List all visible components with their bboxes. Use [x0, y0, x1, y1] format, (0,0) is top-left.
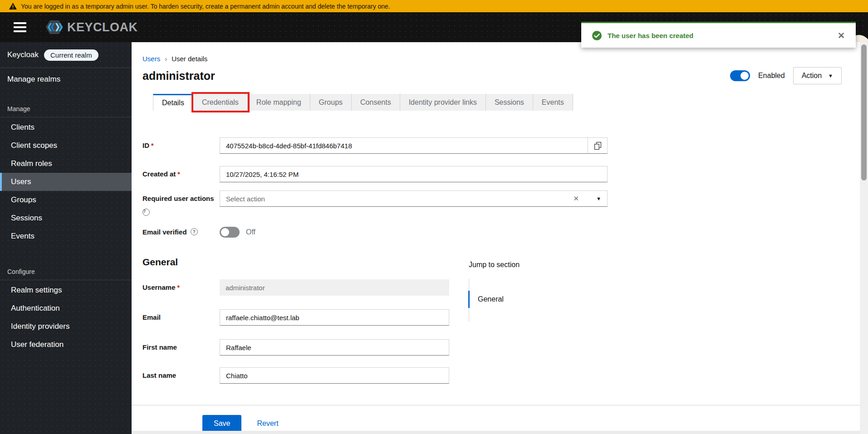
nav-toggle-button[interactable]: [14, 22, 26, 32]
tab-details[interactable]: Details: [153, 94, 193, 111]
page-title: administrator: [142, 69, 215, 83]
scrollbar-thumb[interactable]: [861, 44, 867, 180]
jump-link-general[interactable]: General: [468, 291, 520, 308]
sidebar-item-manage-realms[interactable]: Manage realms: [0, 68, 132, 91]
help-icon[interactable]: ?: [142, 209, 150, 216]
configure-nav-list: Realm settings Authentication Identity p…: [0, 280, 132, 354]
username-input[interactable]: administrator: [220, 279, 449, 296]
user-details-form: ID* 4075524b-b8cd-4ded-85bf-41fd846b7418…: [142, 137, 769, 384]
tab-consents[interactable]: Consents: [352, 94, 400, 111]
keycloak-logo: KEYCLOAK: [45, 19, 138, 35]
form-row-id: ID* 4075524b-b8cd-4ded-85bf-41fd846b7418: [142, 137, 769, 154]
sidebar-item-realm-roles[interactable]: Realm roles: [0, 155, 132, 173]
jump-items: General: [469, 279, 520, 322]
warning-icon: [9, 3, 17, 10]
nav-section-manage: Manage: [0, 102, 132, 117]
success-check-icon: [592, 31, 602, 40]
tab-groups[interactable]: Groups: [310, 94, 352, 111]
sidebar-item-clients[interactable]: Clients: [0, 118, 132, 137]
toast-close-icon[interactable]: ✕: [838, 31, 845, 40]
page-scrollbar: [860, 42, 868, 434]
email-verified-toggle[interactable]: [220, 227, 240, 238]
main-content: Users › User details administrator Enabl…: [132, 42, 860, 434]
sidebar-item-sessions[interactable]: Sessions: [0, 209, 132, 227]
form-row-username: Username* administrator: [142, 279, 769, 296]
save-button[interactable]: Save: [202, 415, 241, 432]
tab-identity-provider-links[interactable]: Identity provider links: [400, 94, 486, 111]
email-label: Email: [142, 309, 220, 326]
clear-selection-icon[interactable]: ✕: [574, 195, 579, 203]
toast-message: The user has been created: [608, 32, 832, 39]
select-placeholder: Select action: [226, 195, 574, 203]
required-marker: *: [151, 142, 153, 149]
email-verified-state: Off: [246, 228, 255, 236]
username-label-text: Username: [142, 283, 176, 291]
sidebar-item-groups[interactable]: Groups: [0, 191, 132, 209]
form-row-email-verified: Email verified ? Off: [142, 227, 769, 238]
realm-selector[interactable]: Keycloak Current realm: [0, 42, 132, 68]
current-realm-badge: Current realm: [44, 49, 98, 61]
email-verified-label-text: Email verified: [142, 228, 187, 236]
last-name-label: Last name: [142, 367, 220, 384]
revert-link[interactable]: Revert: [257, 419, 278, 428]
jump-to-section-title: Jump to section: [469, 261, 520, 269]
caret-down-icon[interactable]: ▼: [596, 196, 601, 201]
sidebar-item-users[interactable]: Users: [0, 173, 132, 191]
action-dropdown-button[interactable]: Action ▼: [793, 67, 842, 84]
nav-section-configure: Configure: [0, 265, 132, 280]
general-section-heading: General: [142, 257, 769, 268]
tab-credentials[interactable]: Credentials: [193, 94, 248, 111]
form-row-last-name: Last name Chiatto: [142, 367, 769, 384]
copy-icon: [594, 142, 601, 150]
first-name-input[interactable]: Raffaele: [220, 339, 449, 356]
banner-text: You are logged in as a temporary admin u…: [21, 3, 390, 10]
email-verified-control: Off: [220, 227, 255, 238]
sidebar-item-user-federation[interactable]: User federation: [0, 336, 132, 354]
form-row-email: Email raffaele.chiatto@test.lab: [142, 309, 769, 326]
form-actions: Save Revert: [132, 405, 860, 434]
breadcrumb-users-link[interactable]: Users: [142, 55, 160, 63]
last-name-input[interactable]: Chiatto: [220, 367, 449, 384]
email-input[interactable]: raffaele.chiatto@test.lab: [220, 309, 449, 326]
id-label-text: ID: [142, 141, 149, 149]
created-at-label-text: Created at: [142, 170, 176, 178]
sidebar-item-events[interactable]: Events: [0, 227, 132, 245]
keycloak-admin-console: You are logged in as a temporary admin u…: [0, 0, 868, 434]
enabled-toggle[interactable]: [730, 70, 750, 81]
sidebar-item-realm-settings[interactable]: Realm settings: [0, 281, 132, 299]
copy-button[interactable]: [588, 137, 608, 154]
realm-name: Keycloak: [7, 50, 39, 59]
brand-text: KEYCLOAK: [67, 20, 138, 34]
id-input[interactable]: 4075524b-b8cd-4ded-85bf-41fd846b7418: [220, 137, 588, 154]
last-name-label-text: Last name: [142, 371, 176, 379]
email-label-text: Email: [142, 313, 161, 321]
keycloak-logo-icon: [45, 19, 64, 35]
title-controls: Enabled Action ▼: [730, 67, 842, 84]
created-at-label: Created at*: [142, 166, 220, 182]
toast-user-created: The user has been created ✕: [581, 22, 856, 48]
temp-admin-warning-banner: You are logged in as a temporary admin u…: [0, 0, 868, 12]
breadcrumb-chevron-icon: ›: [165, 55, 167, 63]
breadcrumb: Users › User details: [142, 55, 207, 63]
required-actions-select[interactable]: Select action ✕ ▼: [220, 190, 608, 207]
help-icon[interactable]: ?: [191, 228, 198, 235]
id-label: ID*: [142, 137, 220, 154]
required-marker: *: [177, 171, 180, 178]
sidebar-item-identity-providers[interactable]: Identity providers: [0, 317, 132, 336]
sidebar-item-client-scopes[interactable]: Client scopes: [0, 137, 132, 155]
breadcrumb-current: User details: [172, 55, 207, 63]
tab-sessions[interactable]: Sessions: [486, 94, 533, 111]
first-name-label: First name: [142, 339, 220, 356]
sidebar-item-authentication[interactable]: Authentication: [0, 299, 132, 317]
required-marker: *: [177, 284, 180, 291]
user-detail-tabs: Details Credentials Role mapping Groups …: [153, 94, 573, 111]
jump-to-section: Jump to section General: [469, 261, 520, 322]
username-label: Username*: [142, 279, 220, 296]
form-row-required-actions: Required user actions ? Select action ✕ …: [142, 190, 769, 216]
title-row: administrator Enabled Action ▼: [142, 67, 842, 84]
form-row-created-at: Created at* 10/27/2025, 4:16:52 PM: [142, 166, 769, 182]
action-label: Action: [802, 72, 822, 80]
tab-events[interactable]: Events: [533, 94, 573, 111]
created-at-input[interactable]: 10/27/2025, 4:16:52 PM: [220, 166, 608, 182]
tab-role-mapping[interactable]: Role mapping: [248, 94, 310, 111]
